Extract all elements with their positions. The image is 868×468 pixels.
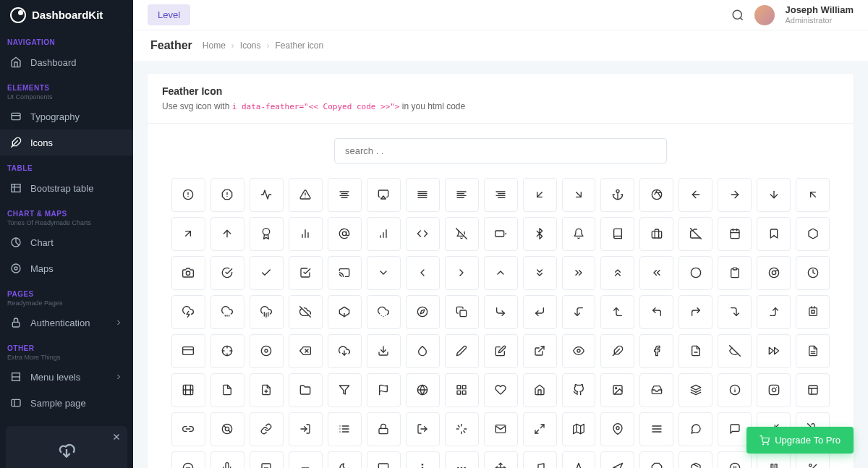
nav-dashboard[interactable]: Dashboard [0,49,133,75]
logo[interactable]: DashboardKit [0,0,133,30]
nav-icons[interactable]: Icons [0,129,133,156]
icon-heart[interactable] [484,373,518,407]
icon-download[interactable] [367,334,401,368]
icon-corner-left-down[interactable] [562,295,596,329]
icon-globe[interactable] [406,373,440,407]
icon-align-left[interactable] [445,178,479,212]
icon-corner-down-right[interactable] [484,295,518,329]
icon-codepen[interactable] [328,295,362,329]
icon-arrow-left[interactable] [678,178,712,212]
icon-droplet[interactable] [406,334,440,368]
icon-camera[interactable] [171,256,205,290]
icon-log-out[interactable] [406,412,440,446]
icon-chevron-up[interactable] [484,256,518,290]
upgrade-button[interactable]: Upgrade To Pro [746,427,854,454]
nav-chart[interactable]: Chart [0,229,133,255]
icon-minus-circle[interactable] [171,451,205,468]
icon-fast-forward[interactable] [757,334,791,368]
icon-anchor[interactable] [600,178,634,212]
icon-book[interactable] [600,217,634,251]
icon-navigation-2[interactable] [562,451,596,468]
icon-percent[interactable] [796,451,830,468]
icon-maximize-2[interactable] [523,412,557,446]
icon-arrow-down[interactable] [757,178,791,212]
icon-clipboard[interactable] [718,256,752,290]
icon-align-right[interactable] [484,178,518,212]
icon-arrow-up-left[interactable] [796,178,830,212]
icon-cast[interactable] [328,256,362,290]
icon-arrow-up[interactable] [210,217,244,251]
icon-pause[interactable] [757,451,791,468]
icon-minus-square[interactable] [250,451,284,468]
icon-delete[interactable] [289,334,323,368]
icon-minus[interactable] [289,451,323,468]
nav-menu-levels[interactable]: Menu levels [0,364,133,390]
icon-layout[interactable] [796,373,830,407]
nav-sample-page[interactable]: Sample page [0,390,133,416]
icon-chevrons-down[interactable] [523,256,557,290]
icon-instagram[interactable] [757,373,791,407]
icon-pause-circle[interactable] [718,451,752,468]
icon-check-circle[interactable] [210,256,244,290]
icon-calendar[interactable] [718,217,752,251]
level-button[interactable]: Level [148,4,190,25]
icon-alert-triangle[interactable] [289,178,323,212]
icon-activity[interactable] [250,178,284,212]
icon-map[interactable] [562,412,596,446]
icon-moon[interactable] [328,451,362,468]
icon-cloud-off[interactable] [289,295,323,329]
icon-file-text[interactable] [796,334,830,368]
icon-corner-down-left[interactable] [523,295,557,329]
icon-edit-2[interactable] [445,334,479,368]
icon-cloud-lightning[interactable] [171,295,205,329]
icon-inbox[interactable] [639,373,673,407]
icon-align-justify[interactable] [406,178,440,212]
crumb-home[interactable]: Home [203,41,226,51]
icon-credit-card[interactable] [171,334,205,368]
icon-github[interactable] [562,373,596,407]
icon-bar-chart[interactable] [367,217,401,251]
icon-cloud-drizzle[interactable] [210,295,244,329]
icon-navigation[interactable] [600,451,634,468]
icon-corner-up-right[interactable] [678,295,712,329]
icon-mail[interactable] [484,412,518,446]
icon-chevrons-left[interactable] [639,256,673,290]
icon-eye-off[interactable] [718,334,752,368]
icon-cpu[interactable] [796,295,830,329]
icon-chevron-right[interactable] [445,256,479,290]
icon-check-square[interactable] [289,256,323,290]
icon-search-input[interactable] [334,138,667,163]
icon-bookmark[interactable] [757,217,791,251]
icon-alert-circle[interactable] [171,178,205,212]
icon-chevron-down[interactable] [367,256,401,290]
nav-typography[interactable]: Typography [0,103,133,129]
icon-bluetooth[interactable] [523,217,557,251]
icon-chevrons-up[interactable] [600,256,634,290]
icon-link[interactable] [250,412,284,446]
crumb-icons[interactable]: Icons [240,41,261,51]
icon-compass[interactable] [406,295,440,329]
icon-bell-off[interactable] [445,217,479,251]
icon-file[interactable] [210,373,244,407]
icon-bell[interactable] [562,217,596,251]
icon-chevron-left[interactable] [406,256,440,290]
icon-airplay[interactable] [367,178,401,212]
icon-loader[interactable] [445,412,479,446]
icon-lock[interactable] [367,412,401,446]
icon-camera-off[interactable] [678,217,712,251]
icon-arrow-up-right[interactable] [171,217,205,251]
icon-align-center[interactable] [328,178,362,212]
icon-corner-right-up[interactable] [757,295,791,329]
icon-cloud-snow[interactable] [367,295,401,329]
icon-code-sandbox[interactable] [406,217,440,251]
icon-box[interactable] [796,217,830,251]
icon-package[interactable] [678,451,712,468]
icon-life-buoy[interactable] [210,412,244,446]
icon-bar-chart-2[interactable] [289,217,323,251]
icon-monitor[interactable] [367,451,401,468]
icon-corner-right-down[interactable] [718,295,752,329]
icon-disc[interactable] [250,334,284,368]
icon-download-cloud[interactable] [328,334,362,368]
icon-info[interactable] [718,373,752,407]
icon-grid[interactable] [445,373,479,407]
